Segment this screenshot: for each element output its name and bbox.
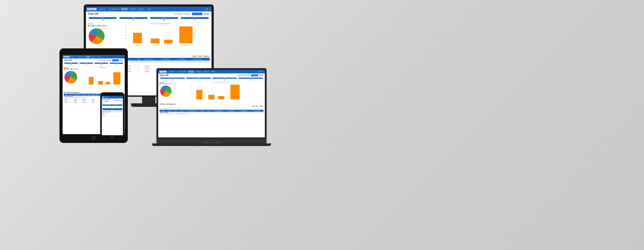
tablet-home-button[interactable] <box>91 135 96 140</box>
laptop-date-range[interactable]: All 12/18/2020 - 01/01/2021 <box>237 74 250 76</box>
phone-emp-id: 3874 <box>102 114 122 115</box>
col-last-comments: Last Comments <box>192 58 210 60</box>
phone-dept-row: Department - DEPT1 <box>102 111 123 112</box>
phone-reports-btn[interactable]: Reports <box>119 100 122 101</box>
svg-text:50: 50 <box>191 87 192 88</box>
nav-employees[interactable]: Employees <box>98 8 107 10</box>
tablet-stat-past[interactable]: Past 7 <box>109 62 124 66</box>
tablet-reports[interactable]: Reports <box>119 59 124 61</box>
laptop-legend-future: Future <box>166 83 170 84</box>
pdf-button[interactable]: PDF <box>198 55 202 57</box>
nav-payroll[interactable]: Payroll <box>146 8 152 10</box>
laptop-col-sub-date: Submitted Date <box>212 110 225 112</box>
laptop-nav-time-mgmt[interactable]: Time Management <box>176 71 188 73</box>
laptop-stat-past[interactable]: Past 2 <box>238 77 264 82</box>
page-title: Time Off <box>88 12 98 15</box>
laptop-pie-section: Requests Open Today Future Past <box>160 82 176 103</box>
laptop-nav-expenses[interactable]: Expenses <box>203 71 210 73</box>
laptop-nav-icons: ? ⚙ ↗ <box>258 71 264 73</box>
tablet-nav-time-mgmt[interactable]: Time Management <box>77 56 85 58</box>
phone-emp-row: Afternoon, John - 3874 <box>102 112 123 115</box>
laptop-nav-payroll[interactable]: Payroll <box>211 71 216 73</box>
laptop-stat-open[interactable]: Open 3 <box>160 77 185 82</box>
nav-scheduling[interactable]: Scheduling <box>129 8 137 10</box>
new-request-button[interactable]: New Request <box>192 12 202 15</box>
laptop-help-icon[interactable]: ? <box>258 71 259 73</box>
laptop-balances: Afternoon, John - 3874 Employee Balances… <box>160 113 264 115</box>
excel-button[interactable]: Excel <box>192 55 197 57</box>
reports-table-button[interactable]: Reports <box>203 55 210 57</box>
phone-excel-btn[interactable]: Excel <box>114 100 116 101</box>
laptop-reports[interactable]: Reports <box>259 74 264 76</box>
nav-expenses[interactable]: Expenses <box>138 8 146 10</box>
laptop-stats: Open 3 Today 1 Future 3 Past 2 <box>158 77 265 82</box>
laptop-legend-open: Open <box>160 83 162 84</box>
laptop-new-request[interactable]: New Request <box>251 74 258 76</box>
tablet-cell-paid: Y <box>87 100 91 102</box>
tablet-nav-scheduling[interactable]: Scheduling <box>90 56 96 58</box>
stat-open[interactable]: Open 3 <box>88 16 118 22</box>
laptop-stat-today[interactable]: Today 1 <box>186 77 212 82</box>
tablet-stat-future[interactable]: Future 3 <box>94 62 108 66</box>
laptop-lid: WebClock Employees Time Management Time … <box>156 68 266 138</box>
tablet-new-request[interactable]: New Request <box>112 59 119 61</box>
laptop-nav: WebClock Employees Time Management Time … <box>158 70 265 73</box>
laptop-nav-employees[interactable]: Employees <box>168 71 176 73</box>
page-controls: All 12/18/2020 - 01/01/2021 New Request … <box>173 12 210 15</box>
signout-icon[interactable]: ↗ <box>209 8 210 10</box>
svg-text:Dec 2020: Dec 2020 <box>116 84 118 85</box>
laptop-stat-future[interactable]: Future 3 <box>212 77 238 82</box>
stat-future-label: Future <box>150 17 178 19</box>
stat-open-label: Open <box>89 17 116 19</box>
laptop-page-header: Time Off All 12/18/2020 - 01/01/2021 New… <box>158 73 265 77</box>
phone-pdf-btn[interactable]: PDF <box>116 100 119 101</box>
laptop-search-input[interactable] <box>163 107 180 109</box>
tablet-open-value: 3 <box>64 64 78 66</box>
tablet-col-paid: Paid <box>87 94 91 96</box>
tablet-stat-today[interactable]: Today 1 <box>79 62 94 66</box>
reports-button[interactable]: Reports <box>203 12 210 15</box>
tablet-nav-expenses[interactable]: Expenses <box>96 56 101 58</box>
tablet-bar-title: Time Off Hours <box>82 67 124 68</box>
tablet-nav-time-off[interactable]: Time Off <box>86 56 90 58</box>
laptop-col-name: Name <box>166 110 173 112</box>
cell-paid: Y <box>136 68 144 70</box>
tablet-stat-open[interactable]: Open 3 <box>64 62 78 66</box>
tablet-legend-open-dot <box>64 68 65 69</box>
stat-today[interactable]: Today 1 <box>118 16 148 22</box>
tablet-cell-req: 12/18/20 <box>73 99 82 100</box>
tablet-nav-employees[interactable]: Employees <box>71 56 76 58</box>
cell-last-upd <box>177 65 192 68</box>
laptop-reports-btn[interactable]: Reports <box>259 105 264 107</box>
laptop-nav-scheduling[interactable]: Scheduling <box>195 71 202 73</box>
stat-past-value: 7 <box>181 19 209 21</box>
cell-sub-date: 12/25/20 <box>144 65 161 68</box>
legend-past-dot <box>103 25 104 26</box>
laptop-excel-btn[interactable]: Excel <box>252 105 255 107</box>
help-icon[interactable]: ? <box>204 8 205 10</box>
laptop-gear-icon[interactable]: ⚙ <box>260 71 261 73</box>
gear-icon[interactable]: ⚙ <box>206 8 208 10</box>
stat-future[interactable]: Future 3 <box>149 16 179 22</box>
nav-time-management[interactable]: Time Management <box>107 8 120 10</box>
laptop-future-value: 3 <box>212 79 237 81</box>
legend-today: Today <box>92 25 97 26</box>
laptop-pdf-btn[interactable]: PDF <box>256 105 259 107</box>
phone-name-col: Name <box>110 105 122 106</box>
svg-text:10: 10 <box>84 83 85 84</box>
laptop-pie-chart <box>160 85 172 97</box>
tablet-col-req-date: Requested Date <box>73 94 82 96</box>
tablet-legend-future-dot <box>71 68 72 69</box>
tablet-date-range[interactable]: All 12/18/2020 - 01/01/2021 <box>100 59 112 61</box>
nav-time-off[interactable]: Time Off <box>121 8 128 10</box>
laptop-signout-icon[interactable]: ↗ <box>262 71 264 73</box>
svg-text:Feb 2020: Feb 2020 <box>90 84 92 85</box>
tablet-today-value: 1 <box>80 64 93 66</box>
date-range-button[interactable]: All 12/18/2020 - 01/01/2021 <box>173 12 192 15</box>
phone-home-button[interactable] <box>111 135 114 138</box>
phone-open-btn[interactable]: Open <box>102 108 122 110</box>
laptop-nav-time-off[interactable]: Time Off <box>188 71 194 73</box>
stat-past[interactable]: Past 7 <box>180 16 210 22</box>
svg-text:60: 60 <box>126 25 127 27</box>
tablet-cell-status: Approved <box>82 100 87 102</box>
